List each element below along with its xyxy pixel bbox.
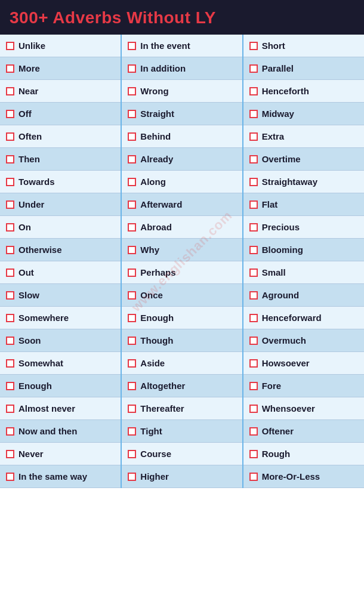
checkbox-icon[interactable] [128, 87, 136, 95]
cell-11-1: Once [121, 284, 242, 307]
checkbox-icon[interactable] [128, 246, 136, 254]
checkbox-icon[interactable] [6, 223, 14, 232]
checkbox-icon[interactable] [249, 87, 258, 95]
cell-19-2: More-Or-Less [243, 465, 364, 488]
table-row: MoreIn additionParallel [0, 57, 364, 80]
checkbox-icon[interactable] [6, 87, 14, 95]
checkbox-icon[interactable] [249, 200, 258, 209]
adverb-label: Henceforth [262, 86, 309, 96]
checkbox-icon[interactable] [128, 405, 136, 413]
checkbox-icon[interactable] [249, 473, 258, 481]
checkbox-icon[interactable] [128, 155, 136, 163]
checkbox-icon[interactable] [128, 269, 136, 277]
checkbox-icon[interactable] [6, 132, 14, 141]
checkbox-icon[interactable] [6, 42, 14, 50]
cell-13-2: Overmuch [243, 329, 364, 352]
adverb-label: Tight [140, 426, 162, 436]
cell-13-1: Though [121, 329, 242, 352]
checkbox-icon[interactable] [128, 382, 136, 390]
cell-11-2: Aground [243, 284, 364, 307]
adverb-label: Off [18, 109, 32, 119]
table-row: In the same wayHigherMore-Or-Less [0, 465, 364, 488]
checkbox-icon[interactable] [128, 359, 136, 368]
checkbox-icon[interactable] [249, 110, 258, 118]
checkbox-icon[interactable] [6, 200, 14, 209]
cell-19-0: In the same way [0, 465, 121, 488]
checkbox-icon[interactable] [6, 155, 14, 163]
checkbox-icon[interactable] [6, 337, 14, 345]
table-row: SoonThoughOvermuch [0, 329, 364, 352]
checkbox-icon[interactable] [6, 178, 14, 186]
checkbox-icon[interactable] [6, 246, 14, 254]
cell-1-0: More [0, 57, 121, 80]
cell-9-2: Blooming [243, 239, 364, 261]
checkbox-icon[interactable] [249, 178, 258, 186]
table-row: EnoughAltogetherFore [0, 375, 364, 397]
adverb-label: Straight [140, 109, 174, 119]
adverb-label: Rough [262, 449, 290, 459]
checkbox-icon[interactable] [128, 200, 136, 209]
checkbox-icon[interactable] [128, 314, 136, 322]
checkbox-icon[interactable] [6, 110, 14, 118]
checkbox-icon[interactable] [249, 382, 258, 390]
checkbox-icon[interactable] [249, 132, 258, 141]
checkbox-icon[interactable] [249, 450, 258, 458]
checkbox-icon[interactable] [249, 246, 258, 254]
adverb-label: Aground [262, 290, 299, 300]
adverb-label: Towards [18, 177, 55, 187]
checkbox-icon[interactable] [249, 314, 258, 322]
adverb-label: Midway [262, 109, 294, 119]
checkbox-icon[interactable] [6, 359, 14, 368]
adverb-label: Whensoever [262, 403, 315, 413]
checkbox-icon[interactable] [6, 450, 14, 458]
checkbox-icon[interactable] [6, 382, 14, 390]
checkbox-icon[interactable] [128, 110, 136, 118]
checkbox-icon[interactable] [128, 450, 136, 458]
checkbox-icon[interactable] [128, 42, 136, 50]
checkbox-icon[interactable] [128, 337, 136, 345]
checkbox-icon[interactable] [249, 155, 258, 163]
cell-9-0: Otherwise [0, 239, 121, 261]
cell-8-2: Precious [243, 216, 364, 239]
table-row: SomewhereEnoughHenceforward [0, 307, 364, 329]
cell-18-0: Never [0, 443, 121, 465]
cell-16-1: Thereafter [121, 397, 242, 420]
adverb-label: Afterward [140, 199, 182, 209]
checkbox-icon[interactable] [128, 64, 136, 73]
checkbox-icon[interactable] [249, 269, 258, 277]
checkbox-icon[interactable] [128, 223, 136, 232]
checkbox-icon[interactable] [128, 132, 136, 141]
checkbox-icon[interactable] [6, 314, 14, 322]
checkbox-icon[interactable] [128, 473, 136, 481]
table-container: www.englishan.com UnlikeIn the eventShor… [0, 35, 364, 488]
adverb-label: Almost never [18, 403, 75, 413]
checkbox-icon[interactable] [6, 405, 14, 413]
table-row: OutPerhapsSmall [0, 261, 364, 284]
cell-11-0: Slow [0, 284, 121, 307]
checkbox-icon[interactable] [249, 291, 258, 300]
checkbox-icon[interactable] [6, 427, 14, 436]
checkbox-icon[interactable] [6, 291, 14, 300]
checkbox-icon[interactable] [128, 291, 136, 300]
checkbox-icon[interactable] [128, 427, 136, 436]
checkbox-icon[interactable] [6, 269, 14, 277]
cell-17-2: Oftener [243, 420, 364, 443]
checkbox-icon[interactable] [249, 64, 258, 73]
adverb-label: Course [140, 449, 171, 459]
checkbox-icon[interactable] [128, 178, 136, 186]
adverb-label: Short [262, 41, 285, 51]
checkbox-icon[interactable] [249, 427, 258, 436]
adverb-label: Fore [262, 381, 282, 391]
checkbox-icon[interactable] [249, 223, 258, 232]
cell-2-2: Henceforth [243, 80, 364, 103]
checkbox-icon[interactable] [249, 405, 258, 413]
checkbox-icon[interactable] [249, 359, 258, 368]
checkbox-icon[interactable] [6, 473, 14, 481]
cell-17-0: Now and then [0, 420, 121, 443]
cell-4-2: Extra [243, 125, 364, 148]
checkbox-icon[interactable] [6, 64, 14, 73]
adverb-label: Perhaps [140, 267, 175, 277]
checkbox-icon[interactable] [249, 42, 258, 50]
checkbox-icon[interactable] [249, 337, 258, 345]
adverb-label: Now and then [18, 426, 77, 436]
